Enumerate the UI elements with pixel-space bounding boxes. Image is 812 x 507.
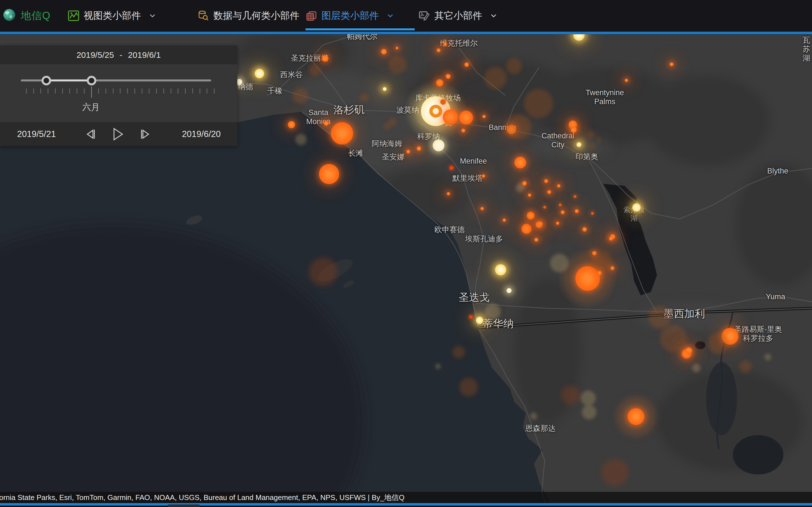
heat-dot — [359, 93, 368, 102]
chevron-down-icon — [149, 12, 156, 19]
day-tick — [149, 89, 150, 94]
next-frame-button[interactable] — [140, 128, 150, 140]
heat-dot — [543, 206, 546, 209]
day-tick — [34, 89, 34, 94]
heat-dot — [628, 408, 644, 425]
heat-dot — [528, 193, 531, 197]
heat-dot — [255, 69, 264, 78]
heat-dot — [670, 62, 674, 66]
menu-view-widgets[interactable]: 视图类小部件 — [68, 0, 156, 32]
heat-dot — [561, 210, 565, 214]
day-tick — [41, 89, 41, 94]
heat-dot — [516, 183, 525, 192]
heat-dot — [388, 55, 407, 74]
app-title[interactable]: 地信Q — [21, 0, 51, 32]
heat-dot — [459, 111, 473, 125]
range-start-date: 2019/5/25 — [76, 50, 114, 60]
heat-dot — [503, 218, 506, 222]
day-tick — [156, 89, 157, 94]
heat-dot — [295, 134, 307, 145]
map-focus-border-bottom — [0, 503, 812, 506]
heat-dot — [534, 238, 538, 242]
previous-frame-button[interactable] — [85, 128, 96, 140]
chevron-down-icon — [387, 12, 394, 19]
globe-logo-icon[interactable] — [3, 8, 16, 21]
day-tick — [62, 89, 63, 94]
heat-dot — [485, 304, 501, 320]
day-tick — [163, 89, 164, 94]
slider-ticks — [0, 64, 237, 122]
heat-dot — [440, 99, 446, 105]
day-tick — [84, 89, 84, 94]
day-tick — [185, 89, 186, 94]
range-end-date: 2019/6/1 — [128, 50, 161, 60]
day-tick — [178, 89, 178, 94]
heat-dot — [538, 222, 542, 226]
play-icon — [112, 127, 124, 141]
playback-controls — [85, 122, 150, 146]
heat-dot — [443, 110, 458, 125]
heat-dot — [524, 89, 553, 118]
view-widgets-icon — [68, 10, 79, 21]
heat-dot — [464, 62, 469, 67]
heat-dot — [582, 227, 587, 232]
chevron-down-icon — [490, 12, 497, 19]
heat-dot — [590, 144, 595, 149]
heat-dot — [574, 195, 576, 198]
heat-dot — [506, 58, 522, 74]
day-tick — [26, 89, 27, 94]
heat-dot — [708, 333, 729, 354]
heat-dot — [308, 64, 321, 76]
heat-dot — [685, 347, 692, 354]
heat-dot — [331, 122, 353, 145]
heat-dot — [482, 174, 485, 178]
heat-dot — [396, 47, 398, 49]
menu-other-widgets[interactable]: 其它小部件 — [418, 0, 497, 32]
heat-dot — [383, 87, 387, 91]
menu-label: 数据与几何类小部件 — [213, 9, 299, 22]
day-tick — [106, 89, 106, 94]
heat-dot — [571, 127, 577, 133]
time-slider-footer: 2019/5/21 — [0, 122, 237, 146]
active-tab-underline — [305, 29, 415, 30]
heat-dot — [476, 317, 483, 324]
day-tick — [214, 89, 215, 94]
heat-dot — [480, 207, 484, 210]
heat-dot — [461, 128, 465, 132]
day-tick — [98, 89, 99, 94]
heat-dot — [559, 204, 562, 206]
day-tick — [127, 89, 128, 94]
day-tick — [171, 89, 171, 94]
day-tick — [113, 89, 113, 94]
menu-layer-widgets[interactable]: 图层类小部件 — [305, 0, 394, 32]
heat-dot — [444, 42, 447, 46]
heat-dot — [381, 49, 387, 54]
scrollbar-thumb[interactable] — [168, 504, 200, 507]
heat-dot — [530, 413, 537, 419]
layer-widgets-icon — [305, 10, 317, 21]
heat-dot — [660, 325, 687, 352]
heat-dot — [692, 364, 701, 372]
heat-dot — [764, 354, 771, 360]
heat-dot — [436, 79, 443, 87]
menu-data-geometry-widgets[interactable]: 数据与几何类小部件 — [197, 0, 314, 32]
heat-dot — [575, 209, 579, 213]
heat-dot — [625, 78, 628, 82]
heat-dot — [319, 164, 339, 184]
day-tick — [142, 89, 142, 94]
heat-dot — [739, 360, 752, 373]
heat-dot — [547, 190, 551, 194]
heat-dot — [527, 212, 535, 220]
day-tick — [134, 89, 135, 94]
day-tick — [199, 89, 200, 94]
day-tick — [48, 89, 48, 94]
play-button[interactable] — [112, 127, 124, 141]
day-tick — [55, 89, 56, 94]
app-window: 帕姆代尔维克托维尔哈瓦苏湖圣克拉丽塔西米谷斯纳德千橡洛杉矶Santa Monic… — [0, 0, 812, 507]
heat-dot — [469, 315, 472, 319]
heat-dot — [632, 203, 641, 212]
month-label: 六月 — [77, 101, 105, 113]
day-tick — [192, 89, 193, 94]
time-range-header: 2019/5/25 - 2019/6/1 — [0, 46, 237, 64]
heat-dot — [435, 363, 441, 369]
